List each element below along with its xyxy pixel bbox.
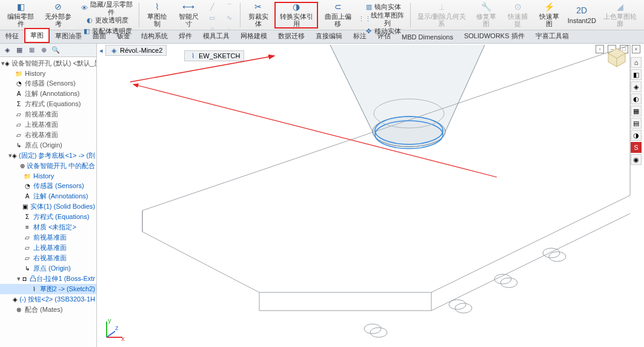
graphics-viewport[interactable]: ◂ ◈Révol.-Mince2 ⌇EW_SKETCH ▫ – □ × ⌂◧◈◐… xyxy=(97,44,644,347)
view-triad: y x z xyxy=(102,318,126,342)
tree-node[interactable]: ◈(-) 按钮<2> (3SB3203-1H xyxy=(0,294,96,305)
svg-line-5 xyxy=(431,214,630,311)
show-delete-button[interactable]: ⟂显示/删除几何关系 xyxy=(413,2,470,29)
tree-node[interactable]: ⌇草图2 -> (Sketch2) xyxy=(0,284,96,294)
mirror-button[interactable]: ▥镜向实体 xyxy=(357,2,408,13)
tab-宇喜工具箱[interactable]: 宇喜工具箱 xyxy=(530,29,574,43)
tree-search-icon[interactable]: 🔍 xyxy=(51,45,61,55)
tree-node[interactable]: 📁History xyxy=(0,171,96,181)
tree-node[interactable]: ◔传感器 (Sensors) xyxy=(0,78,96,89)
model-geometry xyxy=(97,44,644,347)
tree-display-icon[interactable]: ▦ xyxy=(15,45,24,55)
tree-toolbar: ◈ ▦ ⊞ ⊕ 🔍 xyxy=(0,44,96,57)
repair-button[interactable]: 🔧修复草图 xyxy=(471,2,501,29)
tab-结构系统[interactable]: 结构系统 xyxy=(136,29,173,43)
tree-node[interactable]: A注解 (Annotations) xyxy=(0,191,96,201)
tree-node[interactable]: ▱上视基准面 xyxy=(0,243,96,253)
tab-MBD Dimensions[interactable]: MBD Dimensions xyxy=(396,31,459,43)
transparency-button[interactable]: ◐更改透明度 xyxy=(78,15,136,26)
tree-node[interactable]: ▱上视基准面 xyxy=(0,120,96,130)
svg-text:z: z xyxy=(115,324,119,331)
trim-button[interactable]: ✂剪裁实体 xyxy=(243,2,273,29)
tree-node[interactable]: ▣实体(1) (Solid Bodies) xyxy=(0,201,96,212)
tab-网格建模[interactable]: 网格建模 xyxy=(235,29,273,43)
spline-tool[interactable]: ∿ xyxy=(222,13,237,24)
tree-node[interactable]: Σ方程式 (Equations) xyxy=(0,212,96,222)
feature-tree[interactable]: ▾◈设备智能开孔 (默认) <默认_显📁History◔传感器 (Sensors… xyxy=(0,57,96,347)
svg-line-28 xyxy=(107,331,115,337)
tree-node[interactable]: ⊗配合 (Mates) xyxy=(0,305,96,315)
tree-node[interactable]: ◔传感器 (Sensors) xyxy=(0,181,96,191)
tree-node[interactable]: ▱右视基准面 xyxy=(0,130,96,140)
arc-tool[interactable]: ⌒ xyxy=(222,2,237,13)
tab-草图[interactable]: 草图 xyxy=(24,28,50,43)
tree-node[interactable]: ▾◈(固定) 参考底板<1> -> (剖 xyxy=(0,150,96,161)
tree-node[interactable]: 📁History xyxy=(0,69,96,78)
tab-草图油墨[interactable]: 草图油墨 xyxy=(50,29,87,43)
tab-钣金[interactable]: 钣金 xyxy=(111,29,136,43)
linear-pattern-button[interactable]: ⋮⋮线性草图阵列 xyxy=(357,13,408,26)
tree-node[interactable]: ⊕设备智能开孔 中的配合 xyxy=(0,161,96,171)
tree-node[interactable]: A注解 (Annotations) xyxy=(0,89,96,99)
tree-node[interactable]: Σ方程式 (Equations) xyxy=(0,99,96,109)
svg-text:y: y xyxy=(108,318,111,324)
hide-show-button[interactable]: 👁隐藏/显示零部件 xyxy=(78,2,136,15)
quick-snap-button[interactable]: ⊙快速捕捉 xyxy=(503,2,533,29)
convert-entities-button[interactable]: ◑转换实体引用 xyxy=(274,2,318,29)
tab-直接编辑[interactable]: 直接编辑 xyxy=(310,29,348,43)
tree-config-icon[interactable]: ⊕ xyxy=(39,45,48,55)
tab-数据迁移[interactable]: 数据迁移 xyxy=(273,29,310,43)
command-tabs: 特征草图草图油墨曲面钣金结构系统焊件模具工具网格建模数据迁移直接编辑标注评估MB… xyxy=(0,30,644,44)
ribbon-toolbar: ◧编辑零部件 ⊘无外部参考 👁隐藏/显示零部件 ◐更改透明度 ◧装配体透明度 ⌇… xyxy=(0,0,644,30)
rect-tool[interactable]: ▭ xyxy=(205,13,221,24)
view-cube-icon[interactable] xyxy=(606,47,627,68)
tab-特征[interactable]: 特征 xyxy=(0,29,24,43)
tab-评估[interactable]: 评估 xyxy=(372,29,396,43)
tree-node[interactable]: ≡材质 <未指定> xyxy=(0,222,96,232)
tree-node[interactable]: ▾◘凸台-拉伸1 (Boss-Extr xyxy=(0,274,96,284)
tree-root[interactable]: ▾◈设备智能开孔 (默认) <默认_显 xyxy=(0,58,96,69)
point-tool[interactable]: · xyxy=(222,24,237,35)
circle-tool[interactable]: ○ xyxy=(205,24,221,35)
separator xyxy=(139,3,139,27)
shade-sketch-button[interactable]: ◢上色草图轮廓 xyxy=(599,2,642,29)
tree-node[interactable]: ▱前视基准面 xyxy=(0,232,96,243)
svg-text:x: x xyxy=(121,335,125,342)
feature-tree-panel: ◈ ▦ ⊞ ⊕ 🔍 ▾◈设备智能开孔 (默认) <默认_显📁History◔传感… xyxy=(0,44,97,347)
tree-node[interactable]: ▱右视基准面 xyxy=(0,253,96,263)
tree-node[interactable]: ▱前视基准面 xyxy=(0,109,96,120)
tree-node[interactable]: ↳原点 (Origin) xyxy=(0,263,96,274)
separator xyxy=(410,3,411,27)
tab-SOLIDWORKS 插件[interactable]: SOLIDWORKS 插件 xyxy=(459,29,530,43)
offset-button[interactable]: ⊂曲面上偏移 xyxy=(319,2,356,29)
separator xyxy=(240,3,241,27)
tab-曲面[interactable]: 曲面 xyxy=(87,29,111,43)
quick-sketch-button[interactable]: ⚡快速草图 xyxy=(534,2,565,29)
tree-filter-icon[interactable]: ◈ xyxy=(2,45,12,55)
tree-expand-icon[interactable]: ⊞ xyxy=(27,45,36,55)
edit-part-button[interactable]: ◧编辑零部件 xyxy=(2,2,39,29)
tree-node[interactable]: ↳原点 (Origin) xyxy=(0,140,96,150)
tab-焊件[interactable]: 焊件 xyxy=(173,29,198,43)
line-tool[interactable]: ╱ xyxy=(205,2,221,13)
instant2d-button[interactable]: 2DInstant2D xyxy=(566,2,598,29)
tab-标注[interactable]: 标注 xyxy=(348,29,372,43)
sketch-button[interactable]: ⌇草图绘制 xyxy=(142,2,172,29)
smart-dim-button[interactable]: ⟷智能尺寸 xyxy=(173,2,204,29)
no-external-ref-button[interactable]: ⊘无外部参考 xyxy=(40,2,76,29)
